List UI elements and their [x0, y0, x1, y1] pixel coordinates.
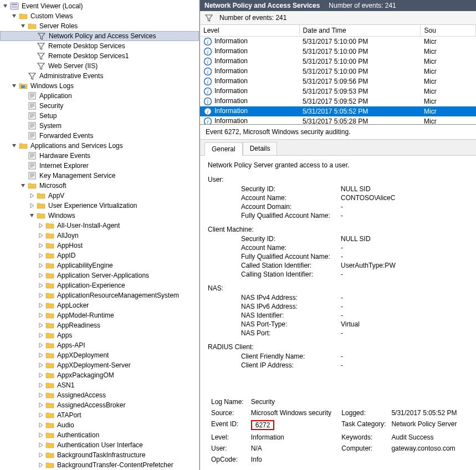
collapse-icon[interactable]	[11, 13, 18, 19]
tree-item[interactable]: Setup	[0, 111, 199, 121]
tree-item[interactable]: BackgroundTransfer-ContentPrefetcher	[0, 460, 199, 470]
expand-icon[interactable]	[38, 372, 44, 379]
collapse-icon[interactable]	[20, 23, 27, 29]
tree-item[interactable]: Internet Explorer	[0, 161, 199, 171]
expand-icon[interactable]	[38, 432, 44, 438]
tree-item[interactable]: Network Policy and Access Services	[0, 31, 199, 41]
expand-icon[interactable]	[38, 312, 44, 319]
tree-item[interactable]: Windows	[0, 211, 199, 221]
collapse-icon[interactable]	[20, 182, 27, 189]
expand-icon[interactable]	[29, 192, 35, 199]
expand-icon[interactable]	[29, 202, 35, 209]
tree-item[interactable]: Forwarded Events	[0, 131, 199, 141]
tree-item[interactable]: Apps	[0, 330, 199, 340]
tree-item[interactable]: AppLocker	[0, 300, 199, 310]
tree-item[interactable]: AppV	[0, 191, 199, 201]
expand-icon[interactable]	[38, 302, 44, 309]
tree-item[interactable]: AssignedAccess	[0, 390, 199, 400]
expand-icon[interactable]	[38, 252, 44, 259]
tree-item[interactable]: ASN1	[0, 380, 199, 390]
expand-icon[interactable]	[38, 222, 44, 229]
tree-item[interactable]: Key Management Service	[0, 171, 199, 181]
event-row[interactable]: Information5/31/2017 5:09:53 PMMicr	[200, 86, 476, 96]
tab-general[interactable]: General	[204, 142, 243, 156]
event-row[interactable]: Information5/31/2017 5:09:56 PMMicr	[200, 76, 476, 86]
tree-item[interactable]: Audio	[0, 420, 199, 430]
tree-item[interactable]: ATAPort	[0, 410, 199, 420]
tree-item[interactable]: AppReadiness	[0, 320, 199, 330]
tree-item[interactable]: Applications and Services Logs	[0, 141, 199, 151]
tab-details[interactable]: Details	[243, 142, 278, 155]
expand-icon[interactable]	[38, 382, 44, 389]
expand-icon[interactable]	[38, 262, 44, 269]
tree-item[interactable]: Authentication User Interface	[0, 440, 199, 450]
expand-icon[interactable]	[38, 332, 44, 339]
event-row[interactable]: Information5/31/2017 5:10:00 PMMicr	[200, 57, 476, 67]
expand-icon[interactable]	[38, 322, 44, 329]
event-row[interactable]: Information5/31/2017 5:10:00 PMMicr	[200, 37, 476, 47]
tree-item[interactable]: Custom Views	[0, 11, 199, 21]
expand-icon[interactable]	[38, 282, 44, 289]
collapse-icon[interactable]	[2, 3, 9, 9]
collapse-icon[interactable]	[11, 83, 18, 89]
event-row[interactable]: Information5/31/2017 5:10:00 PMMicr	[200, 67, 476, 76]
expand-icon[interactable]	[38, 232, 44, 239]
tree-item[interactable]: AppXDeployment-Server	[0, 360, 199, 370]
tree-item[interactable]: Remote Desktop Services1	[0, 51, 199, 61]
expand-icon[interactable]	[38, 442, 44, 448]
expand-icon[interactable]	[38, 452, 44, 458]
detail-value: -	[341, 202, 468, 211]
tree-item[interactable]: User Experience Virtualization	[0, 201, 199, 211]
tree-item[interactable]: ApplicationResourceManagementSystem	[0, 290, 199, 300]
tree-item[interactable]: Windows Logs	[0, 81, 199, 91]
tree-item[interactable]: AllJoyn	[0, 231, 199, 241]
tree-item[interactable]: AppHost	[0, 241, 199, 251]
expand-icon[interactable]	[38, 292, 44, 299]
column-header[interactable]: Date and Time	[299, 25, 421, 37]
collapse-icon[interactable]	[11, 142, 18, 149]
tree-item[interactable]: BackgroundTaskInfrastructure	[0, 450, 199, 460]
tree-item[interactable]: System	[0, 121, 199, 131]
expand-icon[interactable]	[38, 342, 44, 349]
expand-icon[interactable]	[38, 352, 44, 359]
tree-item[interactable]: AppXDeployment	[0, 350, 199, 360]
tree-item[interactable]: Hardware Events	[0, 151, 199, 161]
expand-icon[interactable]	[38, 392, 44, 399]
tree-item[interactable]: Microsoft	[0, 181, 199, 191]
tree-item[interactable]: Apps-API	[0, 340, 199, 350]
column-header[interactable]: Level	[200, 25, 299, 37]
event-row[interactable]: Information5/31/2017 5:10:00 PMMicr	[200, 47, 476, 57]
tree-item[interactable]: AssignedAccessBroker	[0, 400, 199, 410]
tree-item[interactable]: Authentication	[0, 430, 199, 440]
expand-icon[interactable]	[38, 422, 44, 428]
tree-item[interactable]: Web Server (IIS)	[0, 61, 199, 71]
tree-item[interactable]: Remote Desktop Services	[0, 41, 199, 51]
collapse-icon[interactable]	[29, 212, 35, 219]
detail-row: NAS IPv4 Address:-	[208, 293, 468, 302]
tree-item[interactable]: Application	[0, 91, 199, 101]
tree-item[interactable]: AppModel-Runtime	[0, 310, 199, 320]
tree-item[interactable]: AppID	[0, 251, 199, 260]
tree-item[interactable]: Administrative Events	[0, 71, 199, 81]
tree-item[interactable]: ApplicabilityEngine	[0, 260, 199, 270]
tree-item[interactable]: Application-Experience	[0, 280, 199, 290]
expand-icon[interactable]	[38, 462, 44, 468]
tree-item[interactable]: All-User-Install-Agent	[0, 221, 199, 231]
column-header[interactable]: Sou	[421, 25, 476, 37]
tree-item[interactable]: Application Server-Applications	[0, 270, 199, 280]
tree-item[interactable]: Security	[0, 101, 199, 111]
event-list[interactable]: LevelDate and TimeSou Information5/31/20…	[200, 25, 476, 125]
expand-icon[interactable]	[38, 272, 44, 279]
event-row[interactable]: Information5/31/2017 5:05:52 PMMicr	[200, 106, 476, 116]
expand-icon[interactable]	[38, 402, 44, 408]
expand-icon[interactable]	[38, 242, 44, 249]
expand-icon[interactable]	[38, 362, 44, 369]
tree-item[interactable]: AppxPackagingOM	[0, 370, 199, 380]
expand-icon[interactable]	[38, 412, 44, 418]
navigation-tree[interactable]: Event Viewer (Local)Custom ViewsServer R…	[0, 0, 199, 470]
tree-item[interactable]: Event Viewer (Local)	[0, 1, 199, 11]
tree-item[interactable]: Server Roles	[0, 21, 199, 31]
event-row[interactable]: Information5/31/2017 5:05:28 PMMicr	[200, 116, 476, 125]
detail-body[interactable]: Network Policy Server granted access to …	[200, 155, 476, 391]
event-row[interactable]: Information5/31/2017 5:09:52 PMMicr	[200, 96, 476, 106]
